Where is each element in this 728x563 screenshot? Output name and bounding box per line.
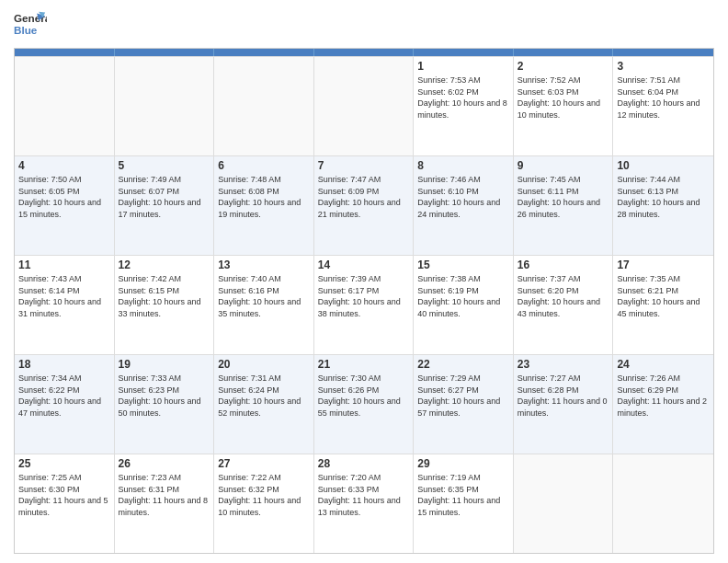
day-info: Sunrise: 7:26 AM Sunset: 6:29 PM Dayligh… bbox=[617, 373, 710, 419]
header-thursday bbox=[414, 49, 514, 56]
day-number: 11 bbox=[18, 259, 110, 271]
cal-cell-r1-c0: 4Sunrise: 7:50 AM Sunset: 6:05 PM Daylig… bbox=[15, 156, 115, 255]
cal-cell-r0-c1 bbox=[115, 57, 215, 155]
day-info: Sunrise: 7:22 AM Sunset: 6:32 PM Dayligh… bbox=[218, 472, 310, 518]
day-info: Sunrise: 7:48 AM Sunset: 6:08 PM Dayligh… bbox=[218, 174, 310, 220]
day-number: 29 bbox=[417, 457, 509, 470]
day-number: 1 bbox=[417, 60, 509, 73]
day-number: 20 bbox=[218, 358, 310, 371]
logo-icon: General Blue bbox=[14, 9, 47, 42]
cal-cell-r4-c3: 28Sunrise: 7:20 AM Sunset: 6:33 PM Dayli… bbox=[314, 454, 415, 553]
day-info: Sunrise: 7:20 AM Sunset: 6:33 PM Dayligh… bbox=[318, 472, 410, 518]
header-saturday bbox=[613, 49, 713, 56]
day-number: 8 bbox=[417, 159, 509, 172]
day-number: 13 bbox=[218, 259, 310, 271]
cal-cell-r0-c6: 3Sunrise: 7:51 AM Sunset: 6:04 PM Daylig… bbox=[613, 57, 713, 155]
cal-cell-r2-c0: 11Sunrise: 7:43 AM Sunset: 6:14 PM Dayli… bbox=[15, 256, 115, 354]
cal-cell-r1-c3: 7Sunrise: 7:47 AM Sunset: 6:09 PM Daylig… bbox=[314, 156, 415, 255]
day-info: Sunrise: 7:47 AM Sunset: 6:09 PM Dayligh… bbox=[318, 174, 410, 220]
day-info: Sunrise: 7:29 AM Sunset: 6:27 PM Dayligh… bbox=[417, 373, 509, 419]
day-info: Sunrise: 7:27 AM Sunset: 6:28 PM Dayligh… bbox=[518, 373, 609, 419]
cal-cell-r1-c5: 9Sunrise: 7:45 AM Sunset: 6:11 PM Daylig… bbox=[514, 156, 614, 255]
day-number: 21 bbox=[318, 358, 410, 371]
day-number: 6 bbox=[218, 159, 310, 172]
day-info: Sunrise: 7:51 AM Sunset: 6:04 PM Dayligh… bbox=[617, 75, 710, 121]
calendar-row-4: 25Sunrise: 7:25 AM Sunset: 6:30 PM Dayli… bbox=[15, 454, 713, 553]
header-monday bbox=[115, 49, 215, 56]
header-friday bbox=[514, 49, 614, 56]
day-number: 27 bbox=[218, 457, 310, 470]
header: General Blue bbox=[14, 9, 714, 42]
day-info: Sunrise: 7:42 AM Sunset: 6:15 PM Dayligh… bbox=[119, 273, 210, 319]
page: General Blue 1Sunrise: 7:53 AM Sunset: 6… bbox=[0, 0, 728, 563]
header-tuesday bbox=[214, 49, 314, 56]
cal-cell-r0-c3 bbox=[314, 57, 415, 155]
header-wednesday bbox=[314, 49, 415, 56]
header-sunday bbox=[15, 49, 115, 56]
day-info: Sunrise: 7:37 AM Sunset: 6:20 PM Dayligh… bbox=[518, 273, 609, 319]
calendar-row-2: 11Sunrise: 7:43 AM Sunset: 6:14 PM Dayli… bbox=[15, 255, 713, 354]
cal-cell-r2-c4: 15Sunrise: 7:38 AM Sunset: 6:19 PM Dayli… bbox=[414, 256, 514, 354]
cal-cell-r1-c1: 5Sunrise: 7:49 AM Sunset: 6:07 PM Daylig… bbox=[115, 156, 215, 255]
day-number: 3 bbox=[617, 60, 710, 73]
day-info: Sunrise: 7:34 AM Sunset: 6:22 PM Dayligh… bbox=[18, 373, 110, 419]
cal-cell-r2-c3: 14Sunrise: 7:39 AM Sunset: 6:17 PM Dayli… bbox=[314, 256, 415, 354]
day-number: 17 bbox=[617, 259, 710, 271]
day-number: 2 bbox=[518, 60, 609, 73]
day-info: Sunrise: 7:46 AM Sunset: 6:10 PM Dayligh… bbox=[417, 174, 509, 220]
cal-cell-r2-c6: 17Sunrise: 7:35 AM Sunset: 6:21 PM Dayli… bbox=[613, 256, 713, 354]
day-info: Sunrise: 7:45 AM Sunset: 6:11 PM Dayligh… bbox=[518, 174, 609, 220]
cal-cell-r0-c5: 2Sunrise: 7:52 AM Sunset: 6:03 PM Daylig… bbox=[514, 57, 614, 155]
calendar-body: 1Sunrise: 7:53 AM Sunset: 6:02 PM Daylig… bbox=[15, 56, 713, 553]
day-number: 14 bbox=[318, 259, 410, 271]
svg-text:Blue: Blue bbox=[14, 24, 38, 36]
cal-cell-r2-c1: 12Sunrise: 7:42 AM Sunset: 6:15 PM Dayli… bbox=[115, 256, 215, 354]
day-number: 19 bbox=[119, 358, 210, 371]
cal-cell-r3-c1: 19Sunrise: 7:33 AM Sunset: 6:23 PM Dayli… bbox=[115, 355, 215, 454]
day-info: Sunrise: 7:25 AM Sunset: 6:30 PM Dayligh… bbox=[18, 472, 110, 518]
day-info: Sunrise: 7:52 AM Sunset: 6:03 PM Dayligh… bbox=[518, 75, 609, 121]
day-number: 26 bbox=[119, 457, 210, 470]
logo: General Blue bbox=[14, 9, 47, 42]
cal-cell-r1-c6: 10Sunrise: 7:44 AM Sunset: 6:13 PM Dayli… bbox=[613, 156, 713, 255]
cal-cell-r3-c2: 20Sunrise: 7:31 AM Sunset: 6:24 PM Dayli… bbox=[214, 355, 314, 454]
cal-cell-r4-c2: 27Sunrise: 7:22 AM Sunset: 6:32 PM Dayli… bbox=[214, 454, 314, 553]
cal-cell-r3-c5: 23Sunrise: 7:27 AM Sunset: 6:28 PM Dayli… bbox=[514, 355, 614, 454]
day-number: 25 bbox=[18, 457, 110, 470]
day-number: 16 bbox=[518, 259, 609, 271]
cal-cell-r0-c2 bbox=[214, 57, 314, 155]
cal-cell-r3-c6: 24Sunrise: 7:26 AM Sunset: 6:29 PM Dayli… bbox=[613, 355, 713, 454]
day-info: Sunrise: 7:40 AM Sunset: 6:16 PM Dayligh… bbox=[218, 273, 310, 319]
day-number: 23 bbox=[518, 358, 609, 371]
day-number: 5 bbox=[119, 159, 210, 172]
calendar-row-1: 4Sunrise: 7:50 AM Sunset: 6:05 PM Daylig… bbox=[15, 155, 713, 255]
day-info: Sunrise: 7:39 AM Sunset: 6:17 PM Dayligh… bbox=[318, 273, 410, 319]
cal-cell-r4-c5 bbox=[514, 454, 614, 553]
calendar: 1Sunrise: 7:53 AM Sunset: 6:02 PM Daylig… bbox=[14, 48, 714, 554]
calendar-row-3: 18Sunrise: 7:34 AM Sunset: 6:22 PM Dayli… bbox=[15, 354, 713, 454]
cal-cell-r2-c2: 13Sunrise: 7:40 AM Sunset: 6:16 PM Dayli… bbox=[214, 256, 314, 354]
day-number: 22 bbox=[417, 358, 509, 371]
cal-cell-r4-c0: 25Sunrise: 7:25 AM Sunset: 6:30 PM Dayli… bbox=[15, 454, 115, 553]
cal-cell-r1-c2: 6Sunrise: 7:48 AM Sunset: 6:08 PM Daylig… bbox=[214, 156, 314, 255]
day-info: Sunrise: 7:19 AM Sunset: 6:35 PM Dayligh… bbox=[417, 472, 509, 518]
day-number: 24 bbox=[617, 358, 710, 371]
day-number: 7 bbox=[318, 159, 410, 172]
cal-cell-r0-c4: 1Sunrise: 7:53 AM Sunset: 6:02 PM Daylig… bbox=[414, 57, 514, 155]
cal-cell-r4-c4: 29Sunrise: 7:19 AM Sunset: 6:35 PM Dayli… bbox=[414, 454, 514, 553]
day-info: Sunrise: 7:31 AM Sunset: 6:24 PM Dayligh… bbox=[218, 373, 310, 419]
day-info: Sunrise: 7:50 AM Sunset: 6:05 PM Dayligh… bbox=[18, 174, 110, 220]
day-number: 18 bbox=[18, 358, 110, 371]
day-info: Sunrise: 7:44 AM Sunset: 6:13 PM Dayligh… bbox=[617, 174, 710, 220]
day-info: Sunrise: 7:53 AM Sunset: 6:02 PM Dayligh… bbox=[417, 75, 509, 121]
day-number: 28 bbox=[318, 457, 410, 470]
cal-cell-r3-c4: 22Sunrise: 7:29 AM Sunset: 6:27 PM Dayli… bbox=[414, 355, 514, 454]
day-info: Sunrise: 7:33 AM Sunset: 6:23 PM Dayligh… bbox=[119, 373, 210, 419]
calendar-row-0: 1Sunrise: 7:53 AM Sunset: 6:02 PM Daylig… bbox=[15, 56, 713, 155]
cal-cell-r0-c0 bbox=[15, 57, 115, 155]
day-info: Sunrise: 7:43 AM Sunset: 6:14 PM Dayligh… bbox=[18, 273, 110, 319]
cal-cell-r4-c6 bbox=[613, 454, 713, 553]
cal-cell-r4-c1: 26Sunrise: 7:23 AM Sunset: 6:31 PM Dayli… bbox=[115, 454, 215, 553]
day-number: 12 bbox=[119, 259, 210, 271]
day-info: Sunrise: 7:35 AM Sunset: 6:21 PM Dayligh… bbox=[617, 273, 710, 319]
